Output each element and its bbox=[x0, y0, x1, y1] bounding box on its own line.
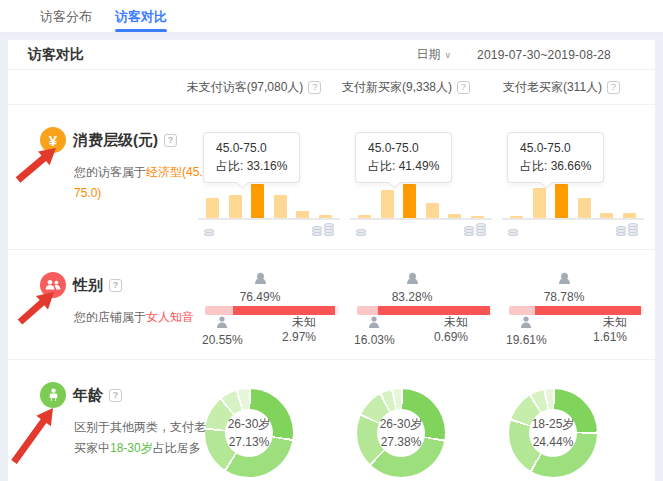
female-percent: 76.49% bbox=[193, 290, 327, 304]
age-chart-unpaid: 26-30岁 27.13% bbox=[192, 360, 344, 481]
low-price-coins-icon bbox=[204, 224, 214, 236]
seg-female[interactable] bbox=[233, 306, 335, 315]
gender-chart-new-buyers: 83.28% 16.03% 未知 0.69% bbox=[344, 250, 496, 359]
desc-highlight: 18-30岁 bbox=[110, 441, 153, 455]
donut-center-label: 18-25岁 24.44% bbox=[529, 409, 577, 457]
bar[interactable] bbox=[623, 213, 636, 218]
male-share: 20.55% bbox=[202, 316, 243, 347]
consumption-chart-new-buyers: 45.0-75.0 占比: 41.49% bbox=[344, 105, 496, 249]
seg-male[interactable] bbox=[205, 306, 233, 315]
help-icon[interactable]: ? bbox=[457, 81, 470, 94]
high-price-coins-icon bbox=[312, 224, 334, 236]
seg-female[interactable] bbox=[535, 306, 641, 315]
bar[interactable] bbox=[578, 198, 591, 218]
donut-center-label: 26-30岁 27.38% bbox=[377, 409, 425, 457]
price-scale bbox=[502, 224, 644, 236]
age-range: 26-30岁 bbox=[228, 415, 271, 433]
tooltip-range: 45.0-75.0 bbox=[216, 139, 287, 157]
female-share: 83.28% bbox=[345, 272, 479, 304]
consumption-bar-chart[interactable] bbox=[198, 182, 340, 220]
seg-male[interactable] bbox=[509, 306, 535, 315]
date-range-value[interactable]: 2019-07-30~2019-08-28 bbox=[477, 48, 611, 62]
tab-visitor-distribution[interactable]: 访客分布 bbox=[40, 0, 92, 32]
age-range: 18-25岁 bbox=[532, 415, 575, 433]
age-donut-chart[interactable]: 26-30岁 27.38% bbox=[357, 389, 445, 477]
gender-stacked-bar[interactable] bbox=[357, 306, 491, 315]
bar[interactable] bbox=[319, 215, 332, 218]
age-percent: 27.13% bbox=[229, 433, 270, 451]
column-header-new-buyers: 支付新买家(9,338人)? bbox=[330, 79, 482, 96]
age-percent: 24.44% bbox=[533, 433, 574, 451]
male-percent: 19.61% bbox=[506, 333, 547, 347]
gender-row-label: 性别? 您的店铺属于女人知音 bbox=[8, 250, 192, 359]
high-price-coins-icon bbox=[616, 224, 638, 236]
male-share: 16.03% bbox=[354, 316, 395, 347]
age-range: 26-30岁 bbox=[380, 415, 423, 433]
date-filter-dropdown[interactable]: 日期∨ bbox=[416, 46, 451, 63]
help-icon[interactable]: ? bbox=[109, 279, 122, 292]
row-consumption-level: ¥ 消费层级(元)? 您的访客属于经济型(45.0-75.0) 45.0-75.… bbox=[8, 105, 655, 250]
desc-text: 您的访客属于 bbox=[74, 165, 146, 179]
help-icon[interactable]: ? bbox=[164, 134, 177, 147]
bar[interactable] bbox=[229, 195, 242, 218]
bar[interactable] bbox=[510, 216, 523, 218]
bar[interactable] bbox=[471, 216, 484, 218]
help-icon[interactable]: ? bbox=[308, 81, 321, 94]
help-icon[interactable]: ? bbox=[607, 81, 620, 94]
column-header-label: 未支付访客(97,080人) bbox=[187, 79, 304, 96]
highlighted-bar[interactable] bbox=[555, 184, 568, 218]
chart-tooltip: 45.0-75.0 占比: 33.16% bbox=[203, 132, 300, 183]
help-icon[interactable]: ? bbox=[109, 389, 122, 402]
gender-people-icon bbox=[40, 272, 66, 298]
column-header-label: 支付新买家(9,338人) bbox=[342, 79, 452, 96]
price-scale bbox=[350, 224, 492, 236]
consumption-bar-chart[interactable] bbox=[502, 182, 644, 220]
bar[interactable] bbox=[426, 203, 439, 218]
tooltip-label: 占比: bbox=[368, 159, 395, 173]
seg-male[interactable] bbox=[357, 306, 378, 315]
consumption-chart-returning-buyers: 45.0-75.0 占比: 36.66% bbox=[496, 105, 655, 249]
tooltip-value: 41.49% bbox=[399, 159, 440, 173]
gender-row-title: 性别? bbox=[73, 276, 122, 295]
bar[interactable] bbox=[448, 214, 461, 218]
highlighted-bar[interactable] bbox=[403, 184, 416, 218]
consumption-bar-chart[interactable] bbox=[350, 182, 492, 220]
low-price-coins-icon bbox=[356, 224, 366, 236]
tooltip-label: 占比: bbox=[216, 159, 243, 173]
unknown-label: 未知 bbox=[593, 315, 627, 330]
male-percent: 16.03% bbox=[354, 333, 395, 347]
tooltip-label: 占比: bbox=[520, 159, 547, 173]
seg-unknown[interactable] bbox=[335, 306, 339, 315]
female-icon bbox=[557, 272, 572, 289]
age-donut-chart[interactable]: 26-30岁 27.13% bbox=[205, 389, 293, 477]
seg-unknown[interactable] bbox=[641, 306, 643, 315]
bar[interactable] bbox=[381, 190, 394, 218]
female-share: 78.78% bbox=[497, 272, 631, 304]
bar[interactable] bbox=[533, 188, 546, 218]
age-donut-chart[interactable]: 18-25岁 24.44% bbox=[509, 389, 597, 477]
bar[interactable] bbox=[296, 211, 309, 218]
seg-female[interactable] bbox=[378, 306, 490, 315]
donut-center-label: 26-30岁 27.13% bbox=[225, 409, 273, 457]
bar[interactable] bbox=[600, 213, 613, 218]
bar[interactable] bbox=[358, 215, 371, 218]
date-filter-area: 日期∨ 2019-07-30~2019-08-28 bbox=[416, 46, 611, 63]
tab-visitor-comparison[interactable]: 访客对比 bbox=[115, 0, 167, 32]
low-price-coins-icon bbox=[508, 224, 518, 236]
tooltip-value: 36.66% bbox=[551, 159, 592, 173]
seg-unknown[interactable] bbox=[490, 306, 491, 315]
chart-tooltip: 45.0-75.0 占比: 36.66% bbox=[507, 132, 604, 183]
gender-stacked-bar[interactable] bbox=[509, 306, 643, 315]
unknown-share: 未知 1.61% bbox=[593, 315, 627, 345]
chevron-down-icon: ∨ bbox=[444, 50, 451, 60]
female-share: 76.49% bbox=[193, 272, 327, 304]
yen-glyph: ¥ bbox=[49, 133, 57, 148]
chart-tooltip: 45.0-75.0 占比: 41.49% bbox=[355, 132, 452, 183]
bar[interactable] bbox=[274, 195, 287, 218]
column-header-returning-buyers: 支付老买家(311人)? bbox=[482, 79, 641, 96]
bar[interactable] bbox=[206, 198, 219, 218]
gender-stacked-bar[interactable] bbox=[205, 306, 339, 315]
gender-chart-unpaid: 76.49% 20.55% 未知 2.97% bbox=[192, 250, 344, 359]
desc-highlight: 女人知音 bbox=[146, 310, 194, 324]
highlighted-bar[interactable] bbox=[251, 184, 264, 218]
